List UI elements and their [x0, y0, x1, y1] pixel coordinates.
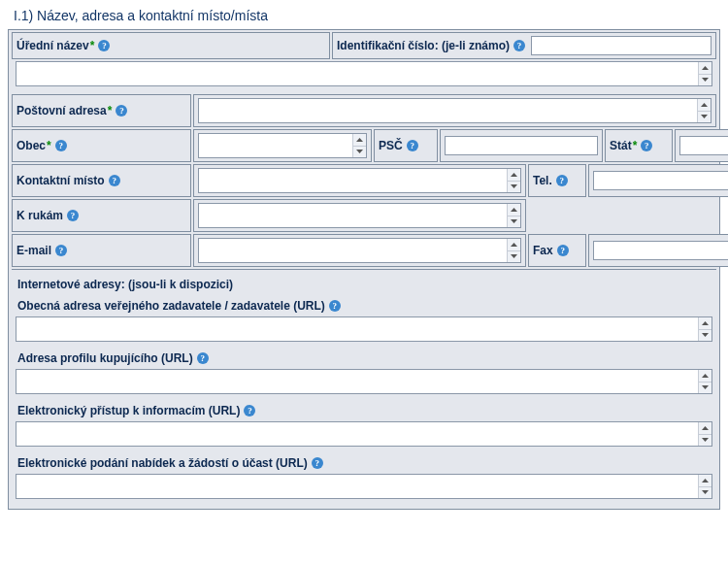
url-buyer-input[interactable] — [16, 369, 712, 394]
official-name-text[interactable] — [17, 62, 698, 85]
tel-input[interactable] — [593, 171, 728, 190]
help-icon[interactable]: ? — [407, 140, 418, 151]
stepper-up-icon[interactable] — [353, 134, 366, 147]
svg-marker-13 — [702, 333, 709, 337]
attention-label: K rukám — [17, 209, 63, 222]
email-text[interactable] — [199, 239, 507, 262]
required-mark: * — [90, 39, 95, 52]
city-text[interactable] — [199, 134, 352, 157]
tel-label: Tel. — [533, 174, 552, 187]
email-label: E-mail — [17, 244, 51, 257]
url-esubmit-text[interactable] — [17, 475, 698, 498]
country-label: Stát — [610, 139, 632, 152]
required-mark: * — [633, 139, 638, 152]
help-icon[interactable]: ? — [557, 245, 569, 256]
stepper-down-icon[interactable] — [699, 75, 711, 86]
email-input[interactable] — [198, 238, 521, 263]
svg-marker-11 — [511, 254, 517, 258]
url-esubmit-input[interactable] — [16, 474, 712, 499]
zip-input[interactable] — [445, 136, 598, 155]
stepper-up-icon[interactable] — [508, 169, 520, 182]
contact-point-text[interactable] — [199, 169, 507, 192]
fax-label: Fax — [533, 244, 553, 257]
section-title: I.1) Název, adresa a kontaktní místo/mís… — [8, 8, 720, 23]
stepper-down-icon[interactable] — [699, 435, 711, 447]
svg-marker-0 — [702, 66, 709, 70]
stepper-down-icon[interactable] — [353, 147, 366, 158]
contact-point-label: Kontaktní místo — [17, 174, 105, 187]
internet-heading: Internetové adresy: (jsou-li k dispozici… — [12, 274, 716, 297]
url-einfo-text[interactable] — [17, 422, 698, 446]
svg-marker-9 — [511, 219, 517, 223]
svg-marker-12 — [702, 321, 709, 325]
svg-marker-1 — [702, 78, 709, 82]
postal-address-label: Poštovní adresa — [17, 104, 107, 117]
city-input[interactable] — [198, 133, 367, 158]
help-icon[interactable]: ? — [312, 457, 323, 469]
stepper-up-icon[interactable] — [508, 204, 520, 216]
svg-marker-17 — [702, 438, 709, 442]
stepper-up-icon[interactable] — [508, 239, 520, 251]
postal-address-text[interactable] — [199, 99, 697, 122]
official-name-input[interactable] — [16, 61, 712, 86]
svg-marker-18 — [702, 479, 709, 483]
url-einfo-label: Elektronický přístup k informacím (URL) — [17, 404, 240, 417]
attention-text[interactable] — [199, 204, 507, 227]
svg-marker-3 — [701, 115, 708, 118]
contact-point-input[interactable] — [198, 168, 521, 193]
country-input[interactable] — [679, 136, 728, 155]
url-esubmit-label: Elektronické podání nabídek a žádostí o … — [17, 456, 308, 470]
stepper-down-icon[interactable] — [508, 182, 520, 193]
help-icon[interactable]: ? — [197, 352, 209, 364]
stepper-up-icon[interactable] — [699, 62, 711, 75]
required-mark: * — [47, 139, 51, 152]
stepper-down-icon[interactable] — [699, 330, 711, 342]
stepper-up-icon[interactable] — [699, 422, 711, 435]
required-mark: * — [108, 104, 113, 117]
svg-marker-2 — [701, 103, 708, 107]
help-icon[interactable]: ? — [109, 175, 120, 186]
help-icon[interactable]: ? — [244, 405, 255, 416]
id-number-label: Identifikační číslo: (je-li známo) — [337, 39, 510, 52]
stepper-down-icon[interactable] — [699, 383, 711, 394]
svg-marker-16 — [702, 426, 709, 430]
stepper-down-icon[interactable] — [699, 487, 711, 499]
attention-input[interactable] — [198, 203, 521, 228]
form-panel: Úřední název * ? Identifikační číslo: (j… — [8, 29, 720, 510]
url-general-text[interactable] — [17, 317, 698, 341]
svg-marker-15 — [702, 385, 709, 389]
svg-marker-4 — [356, 138, 363, 142]
help-icon[interactable]: ? — [55, 245, 67, 256]
id-number-input[interactable] — [531, 36, 711, 55]
svg-marker-14 — [702, 374, 709, 378]
url-buyer-text[interactable] — [17, 370, 698, 393]
help-icon[interactable]: ? — [329, 300, 341, 312]
stepper-down-icon[interactable] — [508, 216, 520, 228]
svg-marker-5 — [356, 150, 363, 153]
stepper-down-icon[interactable] — [508, 251, 520, 263]
svg-marker-19 — [702, 490, 709, 494]
stepper-up-icon[interactable] — [699, 475, 711, 487]
url-einfo-input[interactable] — [16, 421, 712, 447]
fax-input[interactable] — [593, 241, 728, 260]
help-icon[interactable]: ? — [641, 140, 652, 151]
svg-marker-7 — [511, 184, 517, 188]
help-icon[interactable]: ? — [513, 40, 525, 51]
stepper-up-icon[interactable] — [698, 99, 711, 112]
help-icon[interactable]: ? — [98, 40, 110, 51]
zip-label: PSČ — [379, 139, 403, 152]
url-general-input[interactable] — [16, 316, 712, 342]
help-icon[interactable]: ? — [55, 140, 67, 151]
help-icon[interactable]: ? — [556, 175, 568, 186]
city-label: Obec — [17, 139, 46, 152]
stepper-up-icon[interactable] — [699, 370, 711, 383]
help-icon[interactable]: ? — [116, 105, 127, 117]
postal-address-input[interactable] — [198, 98, 711, 123]
stepper-down-icon[interactable] — [698, 112, 711, 123]
stepper-up-icon[interactable] — [699, 317, 711, 330]
help-icon[interactable]: ? — [67, 210, 79, 221]
url-general-label: Obecná adresa veřejného zadavatele / zad… — [17, 299, 325, 313]
svg-marker-8 — [511, 208, 517, 212]
svg-marker-10 — [511, 243, 517, 247]
url-buyer-label: Adresa profilu kupujícího (URL) — [17, 351, 193, 365]
